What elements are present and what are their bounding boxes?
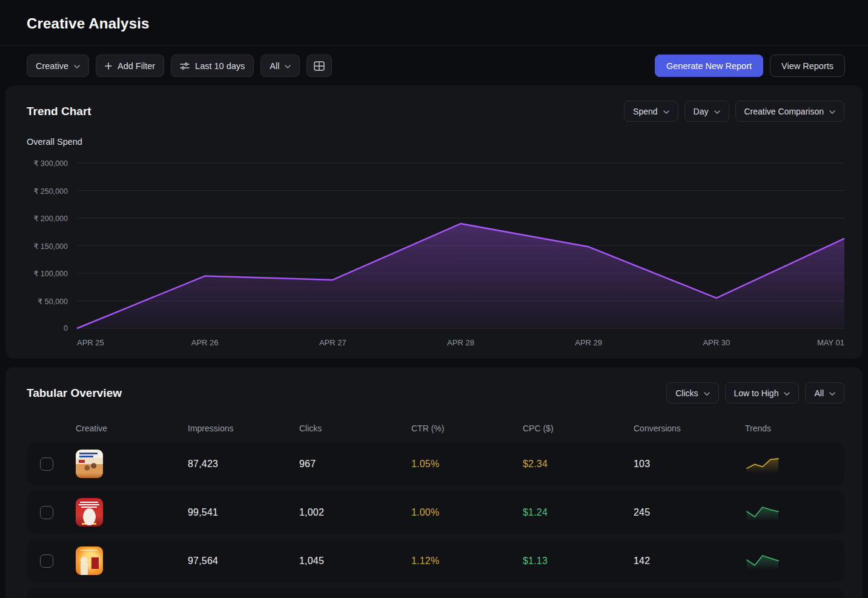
impressions-value: 99,541 [188,507,299,518]
table-row: 99,541 1,002 1.00% $1.24 245 [27,491,844,534]
column-header-cpc: CPC ($) [523,424,634,433]
column-header-trends: Trends [745,424,844,433]
breakdown-dropdown-label: Creative [36,61,68,71]
trend-sparkline [745,552,780,570]
trend-sparkline [745,503,780,522]
generate-report-button[interactable]: Generate New Report [655,55,763,77]
x-axis-tick-label: APR 25 [77,338,104,347]
chevron-down-icon [285,65,291,68]
metric-dropdown[interactable]: Spend [624,101,678,122]
add-filter-label: Add Filter [118,61,155,71]
sort-order-dropdown[interactable]: Low to High [725,382,800,404]
x-axis-tick-label: APR 27 [319,338,346,347]
breakdown-dropdown[interactable]: Creative [27,55,89,77]
x-axis-tick-label: MAY 01 [817,338,844,347]
chevron-down-icon [784,392,790,396]
account-dropdown[interactable]: All [260,55,300,77]
x-axis-tick-label: APR 26 [191,338,219,347]
chevron-down-icon [74,65,80,68]
cpc-value: $1.24 [523,507,634,518]
y-axis-tick-label: ₹ 100,000 [33,269,68,278]
conversions-value: 245 [634,507,745,518]
sort-metric-dropdown-label: Clicks [675,388,698,398]
account-dropdown-label: All [270,61,279,71]
clicks-value: 1,002 [299,507,411,518]
granularity-dropdown-label: Day [694,107,709,116]
sliders-icon [180,62,190,70]
layout-grid-button[interactable] [306,55,332,77]
cpc-value: $1.13 [523,556,634,566]
trend-line-chart [77,163,844,328]
y-axis: ₹ 300,000₹ 250,000₹ 200,000₹ 150,000₹ 10… [27,163,68,328]
column-header-creative: Creative [76,424,188,433]
metric-dropdown-label: Spend [633,107,657,116]
column-header-conversions: Conversions [634,424,745,433]
chevron-down-icon [663,110,669,114]
chevron-down-icon [714,110,720,114]
header-spacer [27,424,76,433]
table-row-partial [27,588,844,598]
impressions-value: 87,423 [188,459,299,470]
y-axis-tick-label: ₹ 200,000 [33,214,68,223]
x-axis-tick-label: APR 30 [703,338,730,347]
chart-subtitle: Overall Spend [27,137,844,147]
report-actions: Generate New Report View Reports [655,55,845,77]
trend-chart-title: Trend Chart [27,105,91,118]
ctr-value: 1.05% [411,459,523,470]
row-checkbox[interactable] [40,554,53,568]
grid-icon [314,61,325,71]
clicks-value: 967 [299,459,411,470]
column-header-clicks: Clicks [299,424,411,433]
ctr-value: 1.00% [411,507,523,518]
y-axis-tick-label: ₹ 50,000 [38,296,68,305]
table-row: 97,564 1,045 1.12% $1.13 142 [27,539,844,582]
date-range-button[interactable]: Last 10 days [171,55,254,77]
creative-thumbnail[interactable] [76,450,103,478]
x-axis: APR 25APR 26APR 27APR 28APR 29APR 30MAY … [77,328,844,348]
trend-chart-controls: Spend Day Creative Comparison [624,101,844,122]
comparison-dropdown-label: Creative Comparison [744,107,824,116]
table-filter-dropdown[interactable]: All [805,382,844,404]
ctr-value: 1.12% [411,556,523,566]
table-controls: Clicks Low to High All [666,382,844,404]
tabular-overview-panel: Tabular Overview Clicks Low to High All [5,367,863,598]
chevron-down-icon [704,392,710,396]
trend-chart-area: ₹ 300,000₹ 250,000₹ 200,000₹ 150,000₹ 10… [27,163,844,348]
table-body: 87,423 967 1.05% $2.34 103 99,541 1,002 … [27,442,844,582]
y-axis-tick-label: ₹ 150,000 [33,241,68,250]
page-title: Creative Analysis [27,15,841,32]
add-filter-button[interactable]: Add Filter [96,55,164,77]
chevron-down-icon [829,392,835,396]
view-reports-button[interactable]: View Reports [770,55,845,77]
row-checkbox[interactable] [40,506,53,519]
y-axis-tick-label: ₹ 250,000 [33,186,68,195]
table-row: 87,423 967 1.05% $2.34 103 [27,442,844,485]
creative-thumbnail[interactable] [76,498,103,527]
page-header: Creative Analysis [0,0,868,45]
table-header-row: Creative Impressions Clicks CTR (%) CPC … [27,424,844,433]
cpc-value: $2.34 [523,459,634,470]
trend-chart-panel: Trend Chart Spend Day Creative Compariso… [5,85,863,359]
x-axis-tick-label: APR 28 [447,338,474,347]
y-axis-tick-label: 0 [64,324,68,333]
sort-order-dropdown-label: Low to High [734,388,779,398]
trend-sparkline [745,455,780,473]
comparison-dropdown[interactable]: Creative Comparison [735,101,845,122]
impressions-value: 97,564 [188,556,299,566]
column-header-impressions: Impressions [188,424,299,433]
creative-thumbnail[interactable] [76,547,103,575]
table-filter-dropdown-label: All [814,388,824,398]
conversions-value: 142 [634,556,745,566]
sort-metric-dropdown[interactable]: Clicks [666,382,718,404]
x-axis-tick-label: APR 29 [575,338,602,347]
granularity-dropdown[interactable]: Day [684,101,729,122]
row-checkbox[interactable] [40,457,53,471]
date-range-label: Last 10 days [195,61,245,71]
y-axis-tick-label: ₹ 300,000 [33,159,68,168]
plus-icon [105,62,112,70]
column-header-ctr: CTR (%) [411,424,523,433]
filter-toolbar: Creative Add Filter Last 10 days All [0,45,868,85]
conversions-value: 103 [634,459,745,470]
chevron-down-icon [829,110,835,114]
clicks-value: 1,045 [299,556,411,566]
